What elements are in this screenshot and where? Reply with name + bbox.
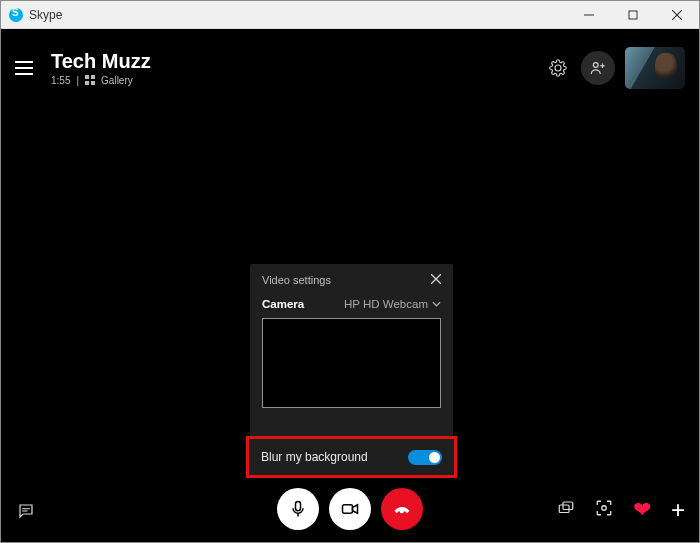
- panel-close-button[interactable]: [431, 274, 441, 286]
- camera-select[interactable]: HP HD Webcam: [344, 298, 441, 310]
- svg-rect-5: [91, 75, 95, 79]
- window-minimize-button[interactable]: [567, 1, 611, 29]
- call-view: Tech Muzz 1:55 | Gallery Video settings: [1, 29, 699, 542]
- video-button[interactable]: [329, 488, 371, 530]
- add-person-icon: [589, 59, 607, 77]
- camera-selected-value: HP HD Webcam: [344, 298, 428, 310]
- add-participant-button[interactable]: [581, 51, 615, 85]
- chevron-down-icon: [432, 301, 441, 307]
- svg-rect-16: [343, 505, 353, 513]
- svg-rect-4: [85, 75, 89, 79]
- svg-rect-1: [629, 11, 637, 19]
- mic-icon: [288, 499, 308, 519]
- svg-point-19: [602, 506, 607, 511]
- call-duration: 1:55: [51, 75, 70, 86]
- window-titlebar: Skype: [1, 1, 699, 29]
- chat-icon: [17, 502, 35, 520]
- hangup-button[interactable]: [381, 488, 423, 530]
- gallery-icon: [85, 75, 95, 87]
- snapshot-button[interactable]: [595, 499, 613, 521]
- plus-icon: +: [671, 496, 685, 523]
- mute-button[interactable]: [277, 488, 319, 530]
- window-maximize-button[interactable]: [611, 1, 655, 29]
- blur-background-toggle[interactable]: [408, 450, 442, 465]
- svg-rect-6: [85, 81, 89, 85]
- gear-icon: [549, 59, 567, 77]
- video-icon: [340, 499, 360, 519]
- contact-info: Tech Muzz 1:55 | Gallery: [51, 50, 151, 87]
- gallery-label[interactable]: Gallery: [101, 75, 133, 86]
- svg-rect-17: [559, 505, 569, 513]
- video-settings-title: Video settings: [262, 274, 331, 286]
- settings-button[interactable]: [541, 51, 575, 85]
- close-icon: [431, 274, 441, 284]
- sub-separator: |: [76, 75, 79, 86]
- camera-preview: [262, 318, 441, 408]
- contact-name: Tech Muzz: [51, 50, 151, 73]
- window-close-button[interactable]: [655, 1, 699, 29]
- more-button[interactable]: +: [671, 496, 685, 524]
- svg-rect-18: [563, 502, 573, 510]
- video-settings-panel: Video settings Camera HP HD Webcam Blur …: [250, 264, 453, 475]
- self-video-thumbnail[interactable]: [625, 47, 685, 89]
- screen-share-button[interactable]: [557, 499, 575, 521]
- call-bottom-bar: ❤ +: [1, 484, 699, 534]
- camera-label: Camera: [262, 298, 304, 310]
- snapshot-icon: [595, 499, 613, 517]
- menu-icon[interactable]: [15, 58, 35, 78]
- heart-icon: ❤: [633, 497, 651, 522]
- svg-point-8: [593, 63, 598, 68]
- blur-background-row: Blur my background: [246, 436, 457, 478]
- reaction-button[interactable]: ❤: [633, 497, 651, 523]
- hangup-icon: [392, 499, 412, 519]
- screen-share-icon: [557, 499, 575, 517]
- chat-button[interactable]: [17, 502, 35, 524]
- app-logo-icon: [9, 8, 23, 22]
- svg-rect-15: [296, 502, 301, 511]
- call-header: Tech Muzz 1:55 | Gallery: [1, 39, 699, 97]
- window-title: Skype: [29, 8, 62, 22]
- svg-rect-7: [91, 81, 95, 85]
- blur-background-label: Blur my background: [261, 450, 368, 464]
